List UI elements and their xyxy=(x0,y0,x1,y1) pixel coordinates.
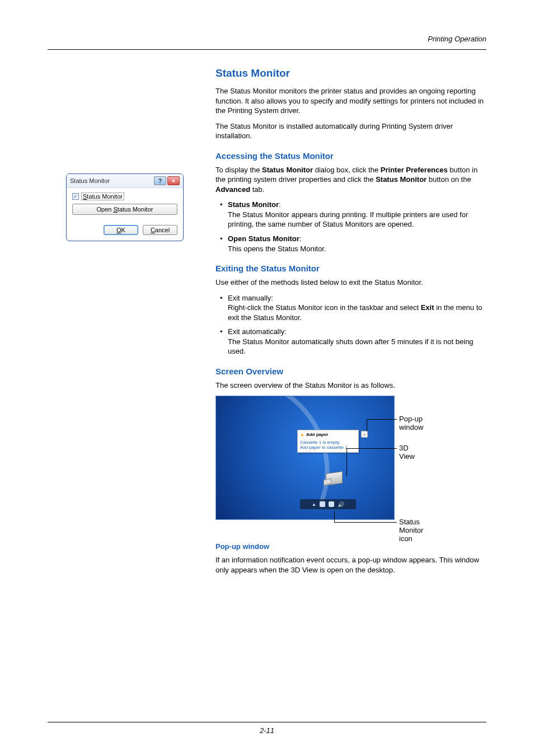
tray-icon xyxy=(320,501,325,507)
cancel-button[interactable]: Cancel xyxy=(143,225,177,235)
status-monitor-checkbox-label: Status Monitor xyxy=(81,192,124,200)
page-title: Status Monitor xyxy=(216,67,486,79)
warning-icon: ▲ xyxy=(300,432,305,437)
accessing-heading: Accessing the Status Monitor xyxy=(216,151,486,161)
popup-section-heading: Pop-up window xyxy=(216,542,486,551)
taskbar: ▲ 🔊 xyxy=(300,499,356,509)
accessing-paragraph: To display the Status Monitor dialog box… xyxy=(216,165,486,195)
printer-3d-view xyxy=(324,469,346,488)
header-section: Printing Operation xyxy=(428,35,486,43)
list-item: Status Monitor: The Status Monitor appea… xyxy=(228,200,486,229)
footer-rule xyxy=(48,722,486,722)
exiting-heading: Exiting the Status Monitor xyxy=(216,264,486,273)
callout-popup: Pop-up window xyxy=(399,415,423,431)
close-button[interactable]: × xyxy=(167,176,180,185)
list-item: Exit manually: Right-click the Status Mo… xyxy=(228,293,486,323)
page-number: 2-11 xyxy=(0,726,534,735)
exiting-intro: Use either of the methods listed below t… xyxy=(216,278,486,288)
intro-paragraph-2: The Status Monitor is installed automati… xyxy=(216,121,486,141)
tray-icon xyxy=(329,501,334,507)
overview-heading: Screen Overview xyxy=(216,367,486,376)
dialog-titlebar: Status Monitor ? × xyxy=(67,174,183,188)
callout-3dview: 3D View xyxy=(399,444,415,461)
ok-button[interactable]: OK xyxy=(104,225,138,235)
tray-speaker-icon: 🔊 xyxy=(338,501,344,508)
help-button[interactable]: ? xyxy=(154,176,166,185)
status-monitor-checkbox[interactable]: ✓ xyxy=(72,193,79,200)
dialog-title: Status Monitor xyxy=(70,177,110,184)
list-item: Exit automatically: The Status Monitor a… xyxy=(228,327,486,356)
popup-section-text: If an information notification event occ… xyxy=(216,555,486,575)
tray-arrow-icon: ▲ xyxy=(312,502,316,507)
checkbox-text: tatus Monitor xyxy=(87,193,123,200)
popup-window: ▲Add paper Cassette 1 is empty. Add pape… xyxy=(297,430,359,453)
screen-overview-figure: ▲Add paper Cassette 1 is empty. Add pape… xyxy=(216,396,395,520)
popup-close-icon[interactable]: × xyxy=(361,431,368,438)
intro-paragraph-1: The Status Monitor monitors the printer … xyxy=(216,86,486,116)
callout-tray: Status Monitor icon xyxy=(399,518,423,543)
open-status-monitor-button[interactable]: Open Status Monitor xyxy=(72,204,177,215)
status-monitor-dialog: Status Monitor ? × ✓ Status Monitor Open… xyxy=(66,173,184,241)
list-item: Open Status Monitor: This opens the Stat… xyxy=(228,234,486,253)
header-rule xyxy=(48,49,486,50)
overview-intro: The screen overview of the Status Monito… xyxy=(216,381,486,391)
